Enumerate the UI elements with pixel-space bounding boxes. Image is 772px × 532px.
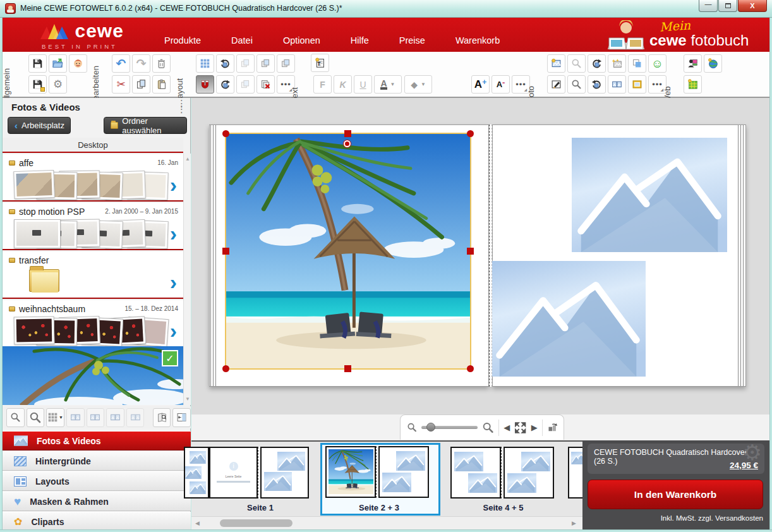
menu-produkte[interactable]: Produkte <box>160 33 205 48</box>
rotate-photo-cw-button[interactable] <box>588 54 606 73</box>
photo-shape-button[interactable] <box>628 54 646 73</box>
delete-button[interactable] <box>152 54 171 73</box>
ordner-auswaehlen-button[interactable]: Ordner auswählen <box>104 117 187 134</box>
edit-photo-button[interactable] <box>547 75 565 94</box>
photo-frame-button[interactable] <box>628 75 646 94</box>
chevron-right-icon[interactable]: › <box>170 319 177 342</box>
product-price[interactable]: 24,95 € <box>730 461 758 470</box>
cut-button[interactable]: ✂ <box>112 75 130 94</box>
collapse-panel-button[interactable] <box>172 408 191 427</box>
prev-page-icon[interactable]: ◀ <box>504 423 510 432</box>
save-as-button[interactable] <box>28 75 47 94</box>
web-upload-button[interactable] <box>704 54 722 73</box>
bring-front-button[interactable] <box>236 75 255 94</box>
category-cliparts[interactable]: ✿ Cliparts <box>3 512 191 531</box>
page-thumb-partial-left[interactable] <box>184 447 209 499</box>
folder-row-affe[interactable]: affe 16. Jan › <box>3 154 183 202</box>
folder-row-transfer[interactable]: transfer › <box>3 251 183 299</box>
book-preview-button[interactable] <box>153 408 171 427</box>
spread-view-2-button[interactable] <box>87 408 105 427</box>
selection-handle[interactable] <box>222 130 229 137</box>
selection-handle[interactable] <box>467 365 474 372</box>
selected-beach-photo[interactable] <box>225 133 471 370</box>
selection-handle[interactable] <box>222 248 229 255</box>
folder-row-stop-motion[interactable]: stop motion PSP 2. Jan 2000 – 9. Jan 201… <box>3 203 183 250</box>
category-fotos-videos[interactable]: Fotos & Videos <box>3 431 191 450</box>
zoom-in-photo-button[interactable] <box>567 75 586 94</box>
grid-button[interactable] <box>196 54 214 73</box>
minimize-button[interactable]: — <box>699 0 718 12</box>
zoom-out-photo-button[interactable] <box>567 54 586 73</box>
zoom-out-icon[interactable] <box>407 422 417 433</box>
chevron-right-icon[interactable]: › <box>170 222 177 245</box>
profile-button[interactable] <box>69 54 87 73</box>
chevron-right-icon[interactable]: › <box>170 173 177 196</box>
add-photo-button[interactable] <box>547 54 565 73</box>
delete-layout-button[interactable] <box>256 75 275 94</box>
chevron-right-icon[interactable]: › <box>170 270 177 293</box>
book-page-right[interactable] <box>492 124 746 387</box>
redo-button[interactable]: ↷ <box>132 54 150 73</box>
photo-placeholder[interactable] <box>572 138 727 252</box>
title-bar[interactable]: Meine CEWE FOTOWELT 6.0.2 (x64) - CEWE F… <box>0 0 772 18</box>
paste-button[interactable] <box>152 75 171 94</box>
decrease-font-button[interactable]: A- <box>492 75 510 94</box>
scroll-right-icon[interactable]: ▶ <box>572 520 576 526</box>
menu-preise[interactable]: Preise <box>395 33 429 48</box>
category-hintergruende[interactable]: Hintergründe <box>3 451 191 471</box>
thumb-zoom-in-button[interactable] <box>27 408 45 427</box>
editor-canvas[interactable] <box>191 98 769 414</box>
filmstrip-scrollbar[interactable]: ◀ ▶ <box>191 516 582 529</box>
photo-effects-button[interactable] <box>608 54 626 73</box>
zoom-slider-knob[interactable] <box>426 423 435 432</box>
close-button[interactable]: X <box>738 0 767 12</box>
scroll-up-icon[interactable]: ▲ <box>184 155 191 164</box>
sidebar-menu-dots-icon[interactable]: ⋮⋮ <box>177 100 186 112</box>
swap-photos-button[interactable] <box>608 75 626 94</box>
rotate-view-icon[interactable] <box>547 422 557 433</box>
selected-photo-preview[interactable]: ✓ <box>3 346 183 405</box>
snap-magnet-button[interactable] <box>196 75 214 94</box>
fun-photo-button[interactable]: ☺ <box>648 54 666 73</box>
scroll-left-icon[interactable]: ◀ <box>195 520 200 526</box>
arbeitsplatz-back-button[interactable]: ‹ Arbeitsplatz <box>8 117 71 134</box>
font-color-button[interactable]: A▼ <box>374 75 402 94</box>
selection-handle[interactable] <box>467 248 474 255</box>
open-button[interactable] <box>49 54 67 73</box>
menu-optionen[interactable]: Optionen <box>279 33 324 48</box>
add-text-button[interactable]: T <box>311 54 329 72</box>
selection-handle[interactable] <box>344 365 351 372</box>
sidebar-scrollbar[interactable]: ▲ ▼ <box>183 154 191 405</box>
zoom-slider[interactable] <box>421 426 478 429</box>
folder-row-weihnachtsbaum[interactable]: weihnachtsbaum 15. – 18. Dez 2014 › <box>3 300 183 348</box>
menu-datei[interactable]: Datei <box>227 33 256 48</box>
rotate-handle[interactable] <box>344 140 351 147</box>
italic-button[interactable]: K <box>334 75 352 94</box>
maximize-button[interactable] <box>718 0 737 12</box>
selection-handle[interactable] <box>467 130 474 137</box>
fill-color-button[interactable]: ◆▼ <box>404 75 432 94</box>
zoom-in-icon[interactable] <box>482 421 494 434</box>
copy-button[interactable] <box>132 75 150 94</box>
increase-font-button[interactable]: A+ <box>471 75 490 94</box>
selection-handle[interactable] <box>344 130 351 137</box>
bold-button[interactable]: F <box>313 75 332 94</box>
share-person-button[interactable] <box>684 54 702 73</box>
photo-placeholder[interactable] <box>490 261 646 377</box>
save-button[interactable] <box>28 54 47 73</box>
selection-handle[interactable] <box>222 365 229 372</box>
menu-hilfe[interactable]: Hilfe <box>347 33 373 48</box>
next-page-icon[interactable]: ▶ <box>531 423 538 432</box>
web-grid-button[interactable] <box>684 75 702 94</box>
add-to-cart-button[interactable]: In den Warenkorb <box>588 480 763 509</box>
category-masken-rahmen[interactable]: ♥ Masken & Rahmen <box>3 492 191 511</box>
send-back-button[interactable] <box>236 54 255 73</box>
settings-button[interactable]: ⚙ <box>49 75 67 94</box>
spread-view-4-button[interactable] <box>126 408 145 427</box>
page-thumb-seite-4-5[interactable] <box>450 447 554 499</box>
menu-warenkorb[interactable]: Warenkorb <box>452 33 504 48</box>
reset-layout-button[interactable] <box>216 54 234 73</box>
save-layout-button[interactable] <box>277 54 295 73</box>
thumb-zoom-out-button[interactable] <box>6 408 25 427</box>
rotate-photo-ccw-button[interactable] <box>588 75 606 94</box>
